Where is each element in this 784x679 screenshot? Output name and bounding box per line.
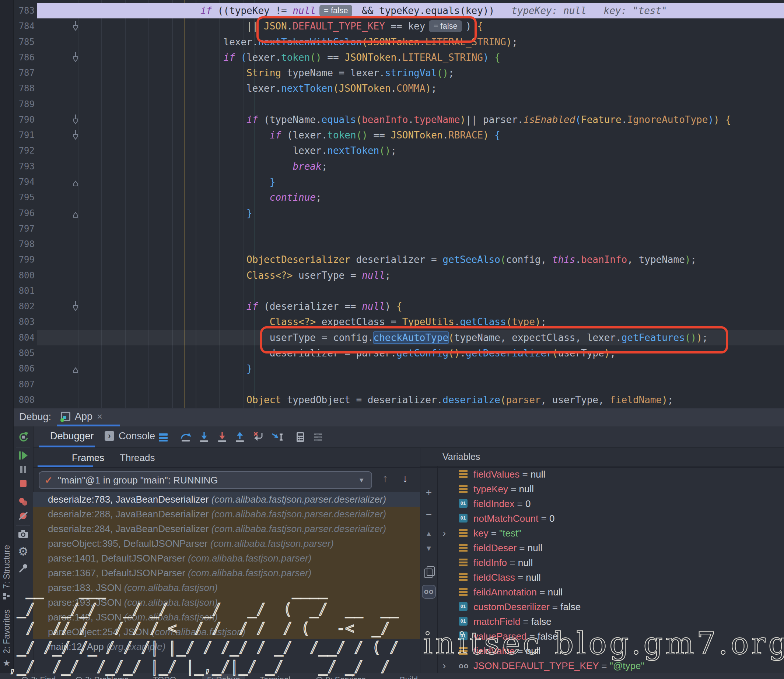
code-line-799[interactable]: 799ObjectDeserializer deserializer = get…: [0, 252, 784, 268]
tab-frames[interactable]: Frames: [72, 452, 104, 463]
statusbar-item[interactable]: 5: Debug: [202, 674, 245, 679]
code-line-788[interactable]: 788lexer.nextToken(JSONToken.COMMA);: [0, 81, 784, 97]
stack-frame[interactable]: parseObject:254, JSON (com.alibaba.fastj…: [33, 624, 420, 639]
statusbar-item[interactable]: Terminal: [260, 674, 290, 679]
stack-frame[interactable]: deserialze:284, JavaBeanDeserializer (co…: [33, 521, 420, 536]
code-line-791[interactable]: 791if (lexer.token() == JSONToken.RBRACE…: [0, 127, 784, 143]
settings-gear-icon[interactable]: ⚙: [17, 545, 30, 558]
step-out-button[interactable]: [234, 431, 246, 443]
resume-button[interactable]: [17, 449, 30, 462]
statusbar-item[interactable]: 2: Find: [21, 674, 56, 679]
stack-frame[interactable]: parse:183, JSON (com.alibaba.fastjson): [33, 580, 420, 595]
ide-window: 783if ((typeKey != null= false && typeKe…: [0, 0, 784, 679]
code-line-795[interactable]: 795continue;: [0, 189, 784, 205]
tab-console[interactable]: › Console: [105, 426, 155, 446]
line-number: 801: [13, 283, 34, 299]
code-line-806[interactable]: 806}: [0, 361, 784, 377]
chevron-right-icon[interactable]: ›: [442, 659, 446, 673]
stack-frame[interactable]: parse:1401, DefaultJSONParser (com.aliba…: [33, 551, 420, 566]
code-line-800[interactable]: 800Class<?> userType = null;: [0, 268, 784, 283]
toolwindow-dot-icon: [75, 677, 82, 679]
camera-button[interactable]: [17, 528, 30, 541]
variable-row[interactable]: 01matchField = false: [420, 614, 784, 629]
code-line-783[interactable]: 783if ((typeKey != null= false && typeKe…: [0, 3, 784, 19]
code-line-805[interactable]: 805deserializer = parser.getConfig().get…: [0, 346, 784, 361]
variable-row[interactable]: 01valueParsed = false: [420, 629, 784, 644]
frame-down-button[interactable]: ↓: [402, 472, 408, 485]
variable-row[interactable]: typeKey = null: [420, 482, 784, 496]
code-line-789[interactable]: 789: [0, 97, 784, 112]
stack-frame[interactable]: parseObject:395, DefaultJSONParser (com.…: [33, 536, 420, 551]
close-icon[interactable]: ×: [97, 411, 102, 422]
statusbar-item[interactable]: Build: [400, 674, 418, 679]
view-breakpoints-button[interactable]: [17, 496, 30, 508]
code-line-797[interactable]: 797: [0, 221, 784, 237]
code-line-787[interactable]: 787String typeName = lexer.stringVal();: [0, 65, 784, 81]
tab-app[interactable]: App ×: [57, 408, 106, 424]
debug-label: Debug:: [19, 411, 51, 423]
variable-row[interactable]: 01customDeserilizer = false: [420, 599, 784, 614]
layout-settings-icon[interactable]: [312, 431, 324, 443]
code-line-804[interactable]: 804userType = config.checkAutoType(typeN…: [0, 330, 784, 346]
statusbar-item[interactable]: 9: Services: [316, 674, 366, 679]
rerun-button[interactable]: [17, 431, 30, 443]
line-number: 787: [13, 65, 34, 81]
frame-up-button[interactable]: ↑: [383, 472, 388, 485]
evaluate-expression-button[interactable]: [294, 431, 307, 443]
variable-row[interactable]: fieldInfo = null: [420, 555, 784, 570]
variable-row[interactable]: fieldValue = null: [420, 644, 784, 659]
structure-label: 7: Structure: [2, 545, 12, 589]
stack-frame[interactable]: deserialze:783, JavaBeanDeserializer (co…: [33, 492, 420, 507]
mute-breakpoints-button[interactable]: [17, 510, 30, 522]
statusbar-item[interactable]: TODO: [153, 674, 176, 679]
variable-row[interactable]: ›key = "test": [420, 526, 784, 541]
code-line-803[interactable]: 803Class<?> expectClass = TypeUtils.getC…: [0, 314, 784, 330]
stack-frame[interactable]: parse:149, JSON (com.alibaba.fastjson): [33, 610, 420, 624]
code-line-786[interactable]: 786if (lexer.token() == JSONToken.LITERA…: [0, 50, 784, 66]
line-number: 789: [13, 97, 34, 112]
code-line-794[interactable]: 794}: [0, 174, 784, 190]
code-line-796[interactable]: 796}: [0, 205, 784, 221]
code-line-798[interactable]: 798: [0, 236, 784, 252]
variable-row[interactable]: 01notMatchCount = 0: [420, 511, 784, 526]
step-into-button[interactable]: [198, 431, 210, 443]
statusbar-item[interactable]: 3: Problems: [75, 674, 128, 679]
code-line-785[interactable]: 785lexer.nextTokenWithColon(JSONToken.LI…: [0, 34, 784, 50]
code-line-802[interactable]: 802if (deserializer == null) {: [0, 299, 784, 314]
tab-debugger[interactable]: Debugger: [50, 426, 94, 446]
code-line-793[interactable]: 793break;: [0, 159, 784, 175]
toolwindow-favorites[interactable]: 2: Favorites ★: [0, 609, 13, 668]
code-line-807[interactable]: 807: [0, 377, 784, 393]
step-over-button[interactable]: [179, 431, 192, 443]
line-number: 785: [13, 34, 34, 50]
stack-frame[interactable]: deserialze:288, JavaBeanDeserializer (co…: [33, 507, 420, 521]
toolwindow-structure[interactable]: 7: Structure: [0, 545, 13, 600]
code-line-784[interactable]: 784|| JSON.DEFAULT_TYPE_KEY == key= fals…: [0, 19, 784, 34]
variable-row[interactable]: fieldDeser = null: [420, 541, 784, 555]
chevron-down-icon: ▼: [358, 477, 365, 484]
line-number: 799: [13, 252, 34, 268]
thread-selector[interactable]: ✓ "main"@1 in group "main": RUNNING ▼: [39, 471, 372, 489]
tab-threads[interactable]: Threads: [120, 452, 155, 463]
code-line-790[interactable]: 790if (typeName.equals(beanInfo.typeName…: [0, 112, 784, 128]
stack-frame[interactable]: parse:193, JSON (com.alibaba.fastjson): [33, 595, 420, 610]
run-to-cursor-button[interactable]: [271, 431, 283, 443]
variable-row[interactable]: 01fieldIndex = 0: [420, 496, 784, 511]
pause-button[interactable]: [17, 463, 30, 476]
code-editor[interactable]: 783if ((typeKey != null= false && typeKe…: [0, 0, 784, 408]
variable-row[interactable]: fieldClass = null: [420, 570, 784, 585]
stack-frame[interactable]: parse:1367, DefaultJSONParser (com.aliba…: [33, 566, 420, 580]
stop-button[interactable]: [17, 477, 30, 490]
stack-frame[interactable]: main:12, App (org.example): [33, 639, 420, 654]
layout-icon[interactable]: [157, 431, 169, 443]
pin-icon[interactable]: [17, 562, 30, 574]
code-line-801[interactable]: 801: [0, 283, 784, 299]
code-line-808[interactable]: 808Object typedObject = deserializer.des…: [0, 392, 784, 408]
force-step-into-button[interactable]: [216, 431, 229, 443]
code-line-792[interactable]: 792lexer.nextToken();: [0, 143, 784, 159]
variable-row[interactable]: feildAnnotation = null: [420, 585, 784, 599]
variable-row[interactable]: ›ooJSON.DEFAULT_TYPE_KEY = "@type": [420, 659, 784, 673]
chevron-right-icon[interactable]: ›: [442, 526, 446, 541]
variable-row[interactable]: fieldValues = null: [420, 467, 784, 482]
drop-frame-button[interactable]: [252, 431, 265, 443]
